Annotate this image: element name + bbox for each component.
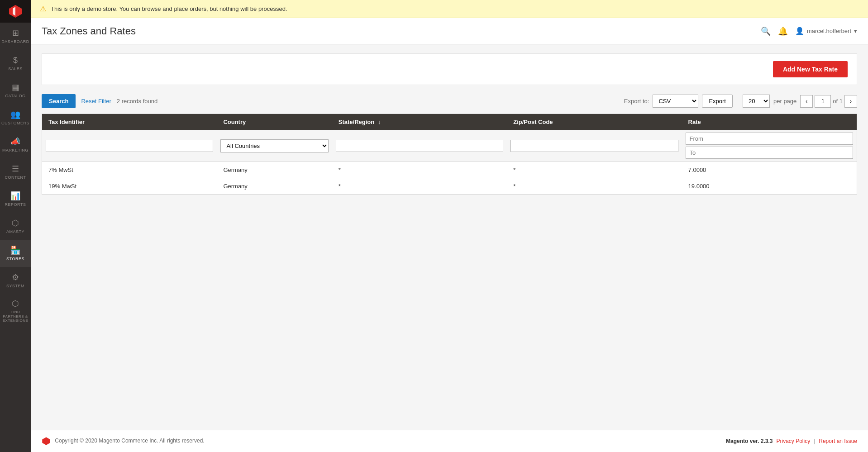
sidebar-item-reports[interactable]: 📊 REPORTS	[0, 186, 31, 213]
add-new-tax-rate-button[interactable]: Add New Tax Rate	[773, 61, 848, 77]
filter-rate-from-input[interactable]	[686, 133, 853, 145]
sidebar-item-label: CONTENT	[5, 175, 26, 180]
cell-country: Germany	[217, 178, 332, 195]
filter-zip-input[interactable]	[510, 140, 678, 152]
sidebar-item-marketing[interactable]: 📣 MARKETING	[0, 131, 31, 158]
user-avatar-icon: 👤	[795, 27, 804, 35]
rate-filter-group	[686, 133, 853, 159]
per-page-select[interactable]: 2050100	[743, 95, 770, 108]
page-input[interactable]	[815, 95, 831, 108]
page-title: Tax Zones and Rates	[42, 25, 136, 37]
demo-message: This is only a demo store. You can brows…	[51, 5, 287, 12]
cell-tax-identifier: 7% MwSt	[42, 162, 217, 178]
svg-marker-2	[42, 437, 50, 445]
action-bar: Add New Tax Rate	[42, 53, 857, 85]
page-of-label: of 1	[833, 98, 843, 105]
sidebar-item-partners[interactable]: ⬡ FIND PARTNERS & EXTENSIONS	[0, 294, 31, 328]
controls-right: Export to: CSVExcel XML Export 2050100 p…	[624, 95, 857, 108]
page-nav: ‹ of 1 ›	[800, 95, 857, 108]
export-format-select[interactable]: CSVExcel XML	[653, 95, 698, 108]
topbar: Tax Zones and Rates 🔍 🔔 👤 marcel.hofferb…	[31, 18, 868, 44]
pagination-bar: 2050100 per page ‹ of 1 ›	[743, 95, 857, 108]
user-menu[interactable]: 👤 marcel.hofferbert ▾	[795, 27, 857, 35]
reset-filter-button[interactable]: Reset Filter	[81, 98, 111, 105]
notification-icon[interactable]: 🔔	[778, 26, 788, 36]
filter-rate-cell	[682, 130, 857, 162]
sidebar-item-customers[interactable]: 👥 CUSTOMERS	[0, 104, 31, 131]
sidebar-item-label: SYSTEM	[6, 284, 24, 289]
sidebar: ⊞ DASHBOARD $ SALES ▦ CATALOG 👥 CUSTOMER…	[0, 0, 31, 452]
sidebar-item-label: REPORTS	[5, 202, 26, 207]
sidebar-item-amasty[interactable]: ⬡ AMASTY	[0, 213, 31, 240]
warning-icon: ⚠	[40, 5, 46, 13]
cell-rate: 7.0000	[682, 162, 857, 178]
col-tax-identifier: Tax Identifier	[42, 114, 217, 130]
records-count: 2 records found	[117, 98, 157, 105]
sidebar-item-label: FIND PARTNERS & EXTENSIONS	[2, 310, 29, 323]
prev-page-button[interactable]: ‹	[800, 95, 813, 108]
filter-country-select[interactable]: All CountriesGermanyUnited States	[220, 139, 328, 152]
filter-country-cell: All CountriesGermanyUnited States	[217, 130, 332, 162]
filter-rate-to-input[interactable]	[686, 147, 853, 159]
content-icon: ☰	[12, 164, 19, 174]
col-country: Country	[217, 114, 332, 130]
main-content: ⚠ This is only a demo store. You can bro…	[31, 0, 868, 452]
partners-icon: ⬡	[12, 299, 19, 309]
col-zip-post-code: Zip/Post Code	[507, 114, 682, 130]
topbar-right: 🔍 🔔 👤 marcel.hofferbert ▾	[761, 26, 857, 36]
footer-logo-icon	[42, 437, 51, 446]
privacy-policy-link[interactable]: Privacy Policy	[776, 438, 810, 444]
sidebar-item-label: CATALOG	[5, 94, 25, 99]
marketing-icon: 📣	[10, 137, 20, 147]
sidebar-item-label: DASHBOARD	[1, 39, 29, 44]
export-section: Export to: CSVExcel XML Export	[624, 95, 733, 108]
filter-state-input[interactable]	[336, 140, 503, 152]
sidebar-item-label: STORES	[6, 257, 24, 262]
dashboard-icon: ⊞	[12, 28, 19, 38]
stores-icon: 🏪	[10, 245, 20, 255]
footer-right: Magento ver. 2.3.3 Privacy Policy | Repo…	[726, 438, 857, 444]
catalog-icon: ▦	[12, 82, 19, 92]
chevron-down-icon: ▾	[854, 28, 857, 34]
cell-state-region: *	[332, 162, 507, 178]
sidebar-item-dashboard[interactable]: ⊞ DASHBOARD	[0, 23, 31, 50]
username: marcel.hofferbert	[807, 28, 851, 34]
sales-icon: $	[13, 56, 18, 65]
content-area: Add New Tax Rate Search Reset Filter 2 r…	[31, 44, 868, 430]
next-page-button[interactable]: ›	[844, 95, 857, 108]
filter-state-cell	[332, 130, 507, 162]
report-issue-link[interactable]: Report an Issue	[819, 438, 857, 444]
footer-separator: |	[814, 438, 815, 444]
cell-rate: 19.0000	[682, 178, 857, 195]
export-label: Export to:	[624, 98, 649, 105]
sidebar-item-system[interactable]: ⚙ SYSTEM	[0, 267, 31, 294]
filter-tax-identifier-input[interactable]	[46, 140, 213, 152]
table-header-row: Tax Identifier Country State/Region ↓ Zi…	[42, 114, 857, 130]
table-row[interactable]: 19% MwSt Germany * * 19.0000	[42, 178, 857, 195]
footer-version-label: Magento ver. 2.3.3	[726, 438, 773, 444]
col-rate: Rate	[682, 114, 857, 130]
cell-country: Germany	[217, 162, 332, 178]
search-button[interactable]: Search	[42, 94, 76, 108]
sidebar-item-content[interactable]: ☰ CONTENT	[0, 158, 31, 186]
sidebar-logo[interactable]	[0, 0, 31, 23]
customers-icon: 👥	[10, 109, 20, 119]
sidebar-item-catalog[interactable]: ▦ CATALOG	[0, 77, 31, 104]
cell-zip-post-code: *	[507, 178, 682, 195]
filter-tax-identifier-cell	[42, 130, 217, 162]
amasty-icon: ⬡	[12, 218, 19, 228]
table-row[interactable]: 7% MwSt Germany * * 7.0000	[42, 162, 857, 178]
reports-icon: 📊	[10, 191, 20, 201]
demo-banner: ⚠ This is only a demo store. You can bro…	[31, 0, 868, 18]
filter-row: All CountriesGermanyUnited States	[42, 130, 857, 162]
col-state-region[interactable]: State/Region ↓	[332, 114, 507, 130]
sidebar-item-label: AMASTY	[6, 229, 24, 234]
export-button[interactable]: Export	[702, 95, 733, 108]
sidebar-item-stores[interactable]: 🏪 STORES	[0, 240, 31, 267]
search-icon[interactable]: 🔍	[761, 26, 771, 36]
tax-rates-table: Tax Identifier Country State/Region ↓ Zi…	[42, 114, 857, 195]
cell-tax-identifier: 19% MwSt	[42, 178, 217, 195]
sidebar-item-sales[interactable]: $ SALES	[0, 50, 31, 77]
per-page-label: per page	[773, 98, 796, 105]
cell-state-region: *	[332, 178, 507, 195]
